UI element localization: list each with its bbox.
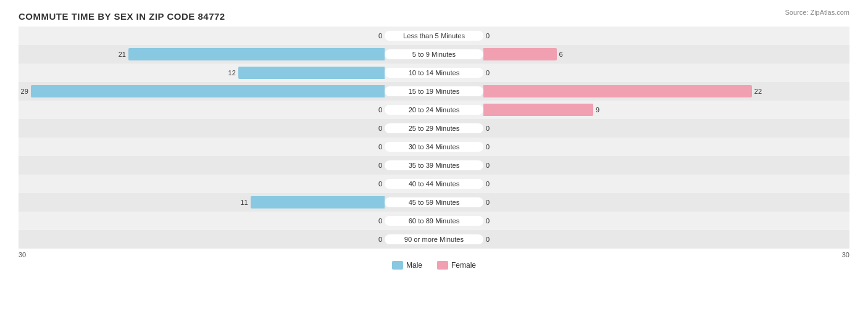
male-value: 21 bbox=[119, 51, 126, 58]
male-bar bbox=[31, 85, 385, 97]
row-label: 5 to 9 Minutes bbox=[385, 49, 483, 59]
row-label: 35 to 39 Minutes bbox=[385, 160, 483, 170]
female-value: 6 bbox=[559, 51, 563, 58]
chart-row: 040 to 44 Minutes0 bbox=[19, 175, 849, 193]
male-bar bbox=[128, 48, 385, 60]
right-half: 0 bbox=[483, 64, 849, 82]
female-value-zero: 0 bbox=[486, 69, 490, 76]
male-value-zero: 0 bbox=[378, 143, 382, 151]
row-label: 30 to 34 Minutes bbox=[385, 142, 483, 152]
left-half: 12 bbox=[19, 64, 385, 82]
left-half: 21 bbox=[19, 45, 385, 64]
male-legend-box bbox=[392, 261, 403, 270]
legend: Male Female bbox=[19, 261, 849, 270]
chart-row: 060 to 89 Minutes0 bbox=[19, 212, 849, 230]
row-label: Less than 5 Minutes bbox=[385, 31, 483, 41]
row-label: 10 to 14 Minutes bbox=[385, 68, 483, 78]
male-value-zero: 0 bbox=[378, 236, 382, 243]
legend-female: Female bbox=[437, 261, 476, 270]
right-half: 0 bbox=[483, 193, 849, 212]
female-value-zero: 0 bbox=[486, 217, 490, 225]
female-bar bbox=[483, 85, 752, 97]
female-value-zero: 0 bbox=[486, 162, 490, 169]
male-value-zero: 0 bbox=[378, 180, 382, 188]
male-value: 12 bbox=[228, 69, 236, 76]
left-half: 0 bbox=[19, 119, 385, 138]
axis-labels: 30 30 bbox=[19, 249, 849, 258]
female-value: 22 bbox=[754, 88, 762, 95]
right-half: 0 bbox=[483, 119, 849, 138]
female-value-zero: 0 bbox=[486, 199, 490, 206]
source-label: Source: ZipAtlas.com bbox=[785, 9, 849, 16]
row-label: 60 to 89 Minutes bbox=[385, 216, 483, 226]
male-value-zero: 0 bbox=[378, 32, 382, 39]
chart-row: 2915 to 19 Minutes22 bbox=[19, 82, 849, 101]
left-half: 0 bbox=[19, 212, 385, 230]
male-value-zero: 0 bbox=[378, 125, 382, 132]
male-bar bbox=[238, 67, 385, 79]
female-bar bbox=[483, 48, 557, 60]
chart-row: 030 to 34 Minutes0 bbox=[19, 138, 849, 156]
row-label: 25 to 29 Minutes bbox=[385, 123, 483, 133]
chart-container: COMMUTE TIME BY SEX IN ZIP CODE 84772 So… bbox=[0, 0, 868, 322]
chart-row: 025 to 29 Minutes0 bbox=[19, 119, 849, 138]
chart-row: 020 to 24 Minutes9 bbox=[19, 101, 849, 119]
male-value-zero: 0 bbox=[378, 217, 382, 225]
female-value-zero: 0 bbox=[486, 125, 490, 132]
right-half: 6 bbox=[483, 45, 849, 64]
left-half: 0 bbox=[19, 156, 385, 175]
legend-male: Male bbox=[392, 261, 422, 270]
right-half: 0 bbox=[483, 212, 849, 230]
left-half: 0 bbox=[19, 27, 385, 45]
row-label: 15 to 19 Minutes bbox=[385, 86, 483, 96]
male-legend-label: Male bbox=[406, 261, 422, 270]
row-label: 45 to 59 Minutes bbox=[385, 197, 483, 207]
male-value: 29 bbox=[21, 88, 28, 95]
female-value-zero: 0 bbox=[486, 236, 490, 243]
female-legend-box bbox=[437, 261, 448, 270]
female-value-zero: 0 bbox=[486, 32, 490, 39]
axis-left: 30 bbox=[19, 251, 26, 258]
left-half: 29 bbox=[19, 82, 385, 101]
right-half: 22 bbox=[483, 82, 849, 101]
left-half: 0 bbox=[19, 138, 385, 156]
right-half: 0 bbox=[483, 156, 849, 175]
female-value-zero: 0 bbox=[486, 143, 490, 151]
chart-row: 1210 to 14 Minutes0 bbox=[19, 64, 849, 82]
left-half: 0 bbox=[19, 101, 385, 119]
right-half: 0 bbox=[483, 27, 849, 45]
left-half: 0 bbox=[19, 175, 385, 193]
male-bar bbox=[251, 196, 385, 208]
male-value: 11 bbox=[240, 199, 248, 206]
right-half: 0 bbox=[483, 175, 849, 193]
chart-rows: 0Less than 5 Minutes0215 to 9 Minutes612… bbox=[19, 27, 849, 249]
female-legend-label: Female bbox=[451, 261, 476, 270]
female-value: 9 bbox=[596, 106, 599, 114]
male-value-zero: 0 bbox=[378, 106, 382, 114]
chart-row: 215 to 9 Minutes6 bbox=[19, 45, 849, 64]
left-half: 11 bbox=[19, 193, 385, 212]
right-half: 9 bbox=[483, 101, 849, 119]
female-value-zero: 0 bbox=[486, 180, 490, 188]
male-value-zero: 0 bbox=[378, 162, 382, 169]
right-half: 0 bbox=[483, 138, 849, 156]
chart-row: 1145 to 59 Minutes0 bbox=[19, 193, 849, 212]
axis-right: 30 bbox=[842, 251, 849, 258]
female-bar bbox=[483, 104, 593, 116]
left-half: 0 bbox=[19, 230, 385, 249]
chart-row: 090 or more Minutes0 bbox=[19, 230, 849, 249]
row-label: 40 to 44 Minutes bbox=[385, 179, 483, 189]
chart-title: COMMUTE TIME BY SEX IN ZIP CODE 84772 bbox=[19, 11, 849, 22]
right-half: 0 bbox=[483, 230, 849, 249]
row-label: 20 to 24 Minutes bbox=[385, 105, 483, 115]
row-label: 90 or more Minutes bbox=[385, 234, 483, 244]
chart-row: 0Less than 5 Minutes0 bbox=[19, 27, 849, 45]
chart-row: 035 to 39 Minutes0 bbox=[19, 156, 849, 175]
